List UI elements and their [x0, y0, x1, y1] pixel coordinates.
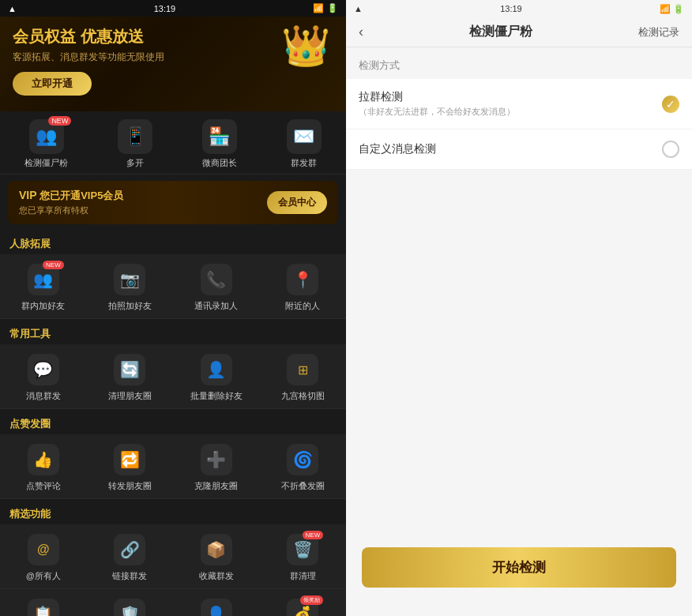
right-status-left: ▲ [354, 4, 363, 13]
quick-multi-open[interactable]: 📱 多开 [118, 119, 152, 169]
at-all-label: @所有人 [26, 570, 61, 582]
detect-method-label: 检测方式 [346, 47, 692, 79]
contacts-add-label: 通讯录加人 [194, 300, 238, 312]
func-at-all[interactable]: @ @所有人 [0, 524, 87, 589]
group-clean-icon-wrap: 🗑️ NEW [287, 534, 318, 565]
func-like-comment[interactable]: 👍 点赞评论 [0, 434, 87, 499]
func-group-add-friend[interactable]: 👥 NEW 群内加好友 [0, 254, 87, 319]
section-renmai-title: 人脉拓展 [0, 231, 346, 254]
func-earn-money[interactable]: 💰 领奖励 我要赚钱 [260, 589, 347, 616]
quick-wechat-grow[interactable]: 🏪 微商团长 [202, 119, 237, 169]
like-comment-label: 点赞评论 [26, 480, 61, 492]
right-header: ‹ 检测僵尸粉 检测记录 [346, 17, 692, 47]
signal-icon: 📶 [313, 3, 324, 13]
crown-decoration: 👑 [281, 23, 330, 69]
multi-open-label: 多开 [126, 157, 144, 169]
option-group-detect-text: 拉群检测 （非好友无法进群，不会给好友发消息） [359, 90, 515, 118]
nine-grid-icon: ⊞ [287, 354, 318, 385]
right-panel: ▲ 13:19 📶 🔋 ‹ 检测僵尸粉 检测记录 检测方式 拉群检测 （非好友无… [346, 0, 692, 616]
option-custom-detect[interactable]: 自定义消息检测 [346, 130, 692, 170]
right-status-bar: ▲ 13:19 📶 🔋 [346, 0, 692, 17]
vip-desc: 您已开通VIP5会员 [39, 190, 123, 201]
vip-banner: 会员权益 优惠放送 客源拓展、消息群发等功能无限使用 👑 立即开通 [0, 17, 346, 111]
func-nine-grid[interactable]: ⊞ 九宫格切图 [260, 344, 347, 409]
battery-icon: 🔋 [327, 3, 338, 13]
group-add-friend-label: 群内加好友 [21, 300, 65, 312]
collect-send-icon: 📦 [201, 534, 232, 565]
at-all-icon: @ [28, 534, 59, 565]
like-comment-icon: 👍 [28, 444, 59, 475]
contacts-add-icon: 📞 [201, 264, 232, 295]
premium-grid: @ @所有人 🔗 链接群发 📦 收藏群发 🗑️ NEW 群清理 📋 批量群公告 … [0, 524, 346, 616]
collect-send-label: 收藏群发 [199, 570, 234, 582]
detect-records-button[interactable]: 检测记录 [638, 25, 679, 39]
earn-money-badge: 领奖励 [300, 595, 323, 605]
right-spacer [346, 170, 692, 535]
func-contacts-add[interactable]: 📞 通讯录加人 [173, 254, 260, 319]
clean-friends-icon: 🔄 [114, 354, 145, 385]
option-custom-detect-label: 自定义消息检测 [359, 142, 436, 156]
quick-detect-zombie[interactable]: 👥 NEW 检测僵尸粉 [24, 119, 68, 169]
clean-friends-label: 清理朋友圈 [108, 390, 152, 402]
unfold-moments-icon: 🌀 [287, 444, 318, 475]
func-clone-moments[interactable]: ➕ 克隆朋友圈 [173, 434, 260, 499]
tools-grid: 💬 消息群发 🔄 清理朋友圈 👤 批量删除好友 ⊞ 九宫格切图 [0, 344, 346, 409]
back-button[interactable]: ‹ [359, 24, 363, 40]
member-center-button[interactable]: 会员中心 [267, 191, 327, 214]
photo-add-friend-icon: 📷 [114, 264, 145, 295]
func-msg-broadcast[interactable]: 💬 消息群发 [0, 344, 87, 409]
section-moments-title: 点赞发圈 [0, 411, 346, 434]
option-group-detect[interactable]: 拉群检测 （非好友无法进群，不会给好友发消息） ✓ [346, 79, 692, 130]
auto-verify-icon: 🛡️ [114, 599, 145, 616]
func-nearby-people[interactable]: 📍 附近的人 [260, 254, 347, 319]
group-add-friend-badge: NEW [43, 261, 64, 269]
func-batch-announce[interactable]: 📋 批量群公告 [0, 589, 87, 616]
renmai-grid: 👥 NEW 群内加好友 📷 拍照加好友 📞 通讯录加人 📍 附近的人 [0, 254, 346, 319]
left-status-bar: ▲ 13:19 📶 🔋 [0, 0, 346, 17]
detect-zombie-badge: NEW [48, 116, 71, 126]
right-bottom-nav [346, 600, 692, 616]
vip-status-bar: VIP 您已开通VIP5会员 您已享享所有特权 会员中心 [8, 181, 338, 224]
nearby-people-label: 附近的人 [285, 300, 320, 312]
func-clean-friends[interactable]: 🔄 清理朋友圈 [87, 344, 174, 409]
func-photo-add-friend[interactable]: 📷 拍照加好友 [87, 254, 174, 319]
func-collect-send[interactable]: 📦 收藏群发 [173, 524, 260, 589]
group-send-label: 群发群 [291, 157, 317, 169]
msg-broadcast-icon: 💬 [28, 354, 59, 385]
option-custom-detect-radio[interactable] [662, 141, 679, 158]
quick-group-send[interactable]: ✉️ 群发群 [287, 119, 322, 169]
status-icons: 📶 🔋 [313, 3, 338, 13]
func-auto-join[interactable]: 👤 自动拉人进群 [173, 589, 260, 616]
func-batch-delete[interactable]: 👤 批量删除好友 [173, 344, 260, 409]
vip-tag: VIP [19, 189, 36, 201]
section-premium-title: 精选功能 [0, 501, 346, 524]
page-title: 检测僵尸粉 [469, 24, 532, 40]
func-group-clean[interactable]: 🗑️ NEW 群清理 [260, 524, 347, 589]
status-bar-left: ▲ [8, 4, 17, 13]
left-panel: ▲ 13:19 📶 🔋 会员权益 优惠放送 客源拓展、消息群发等功能无限使用 👑… [0, 0, 346, 616]
multi-open-icon: 📱 [118, 119, 152, 154]
nearby-people-icon: 📍 [287, 264, 318, 295]
start-detect-button[interactable]: 开始检测 [362, 547, 676, 588]
func-auto-verify[interactable]: 🛡️ 自动通过验证 [87, 589, 174, 616]
option-group-detect-sub: （非好友无法进群，不会给好友发消息） [359, 106, 515, 118]
clone-moments-label: 克隆朋友圈 [194, 480, 238, 492]
clone-moments-icon: ➕ [201, 444, 232, 475]
group-send-icon: ✉️ [287, 119, 322, 154]
group-add-friend-icon-wrap: 👥 NEW [28, 264, 59, 295]
start-btn-wrap: 开始检测 [346, 535, 692, 600]
open-vip-button[interactable]: 立即开通 [13, 72, 92, 96]
msg-broadcast-label: 消息群发 [26, 390, 61, 402]
func-forward-moments[interactable]: 🔁 转发朋友圈 [87, 434, 174, 499]
group-clean-label: 群清理 [290, 570, 316, 582]
func-unfold-moments[interactable]: 🌀 不折叠发圈 [260, 434, 347, 499]
group-clean-badge: NEW [303, 531, 324, 539]
batch-delete-label: 批量删除好友 [190, 390, 243, 402]
quick-icons-row: 👥 NEW 检测僵尸粉 📱 多开 🏪 微商团长 ✉️ 群发群 [0, 111, 346, 175]
triangle-icon: ▲ [8, 4, 17, 13]
func-link-group-send[interactable]: 🔗 链接群发 [87, 524, 174, 589]
option-group-detect-radio[interactable]: ✓ [662, 96, 679, 113]
option-group-detect-label: 拉群检测 [359, 90, 515, 104]
vip-title: VIP 您已开通VIP5会员 [19, 189, 123, 203]
unfold-moments-label: 不折叠发圈 [281, 480, 325, 492]
